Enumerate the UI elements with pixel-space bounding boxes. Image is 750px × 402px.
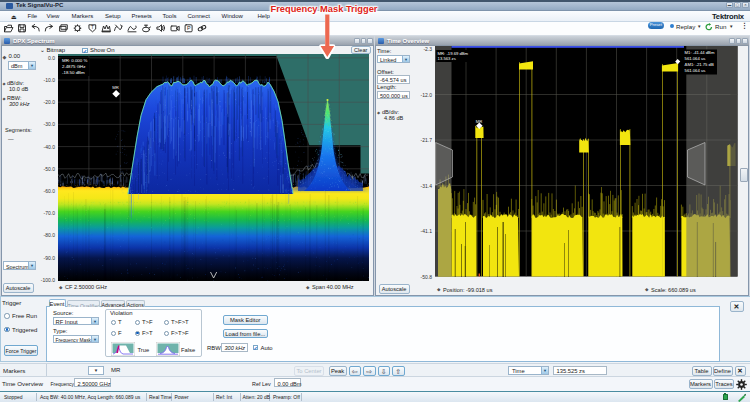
svg-text:T: T bbox=[91, 25, 94, 30]
svg-text:MR: MR bbox=[112, 85, 119, 90]
svg-text:MR: 0.000 %: MR: 0.000 % bbox=[62, 58, 87, 63]
svg-text:13.563 zs: 13.563 zs bbox=[438, 56, 456, 61]
svg-text:-18.50 dBm: -18.50 dBm bbox=[62, 70, 85, 75]
svg-text:561.064 us: 561.064 us bbox=[685, 56, 706, 61]
svg-text:P: P bbox=[187, 25, 191, 31]
svg-text:MR: -19.69 dBm: MR: -19.69 dBm bbox=[438, 51, 469, 56]
svg-text:2.4875 GHz: 2.4875 GHz bbox=[62, 64, 85, 69]
svg-text:ΔM1: -21.75 dB: ΔM1: -21.75 dB bbox=[685, 62, 714, 67]
svg-text:M1: -41.44 dBm: M1: -41.44 dBm bbox=[685, 50, 715, 55]
svg-text:MR: MR bbox=[476, 119, 483, 124]
svg-text:561.064 us: 561.064 us bbox=[685, 68, 706, 73]
